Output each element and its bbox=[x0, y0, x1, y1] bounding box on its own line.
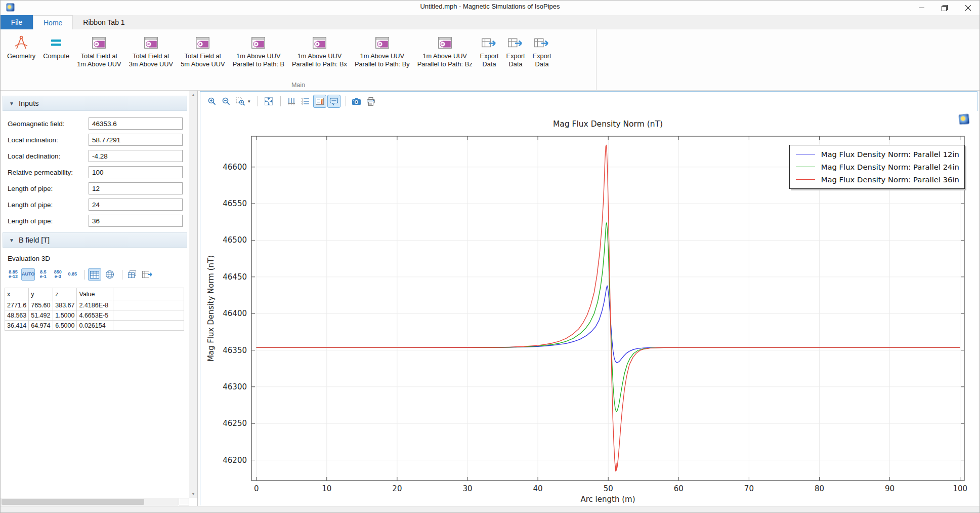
svg-text:46500: 46500 bbox=[223, 235, 247, 245]
table-cell[interactable]: 2.4186E-8 bbox=[77, 300, 113, 310]
ribbon-button-export-data[interactable]: ExportData bbox=[529, 31, 555, 69]
ribbon-button-label: Geometry bbox=[7, 52, 35, 60]
y-axis-grid-button[interactable] bbox=[299, 95, 312, 108]
toolbar-separator bbox=[346, 96, 346, 106]
app-window: Untitled.mph - Magnetic Simulations of I… bbox=[0, 0, 980, 513]
window-title: Untitled.mph - Magnetic Simulations of I… bbox=[1, 3, 979, 10]
ribbon-button-compute[interactable]: Compute bbox=[39, 31, 73, 62]
print-button[interactable] bbox=[364, 95, 377, 108]
table-cell[interactable]: 4.6653E-5 bbox=[77, 310, 113, 321]
sidebar-horizontal-scrollbar[interactable] bbox=[1, 498, 178, 506]
svg-text:50: 50 bbox=[604, 484, 613, 493]
globe-icon bbox=[105, 270, 114, 279]
plot-window-icon bbox=[144, 37, 158, 49]
field-input-relative-permeability[interactable] bbox=[89, 166, 183, 178]
ribbon-button-1m-above-uuv-parallel-to-path-bz[interactable]: 1m Above UUVParallel to Path: Bz bbox=[414, 31, 476, 69]
table-cell[interactable]: 36.414 bbox=[5, 321, 29, 331]
precision-button-8-85[interactable]: 8.85e-12 bbox=[7, 268, 20, 281]
ribbon-button-1m-above-uuv-parallel-to-path-by[interactable]: 1m Above UUVParallel to Path: By bbox=[351, 31, 413, 69]
ribbon-button-export-data[interactable]: ExportData bbox=[503, 31, 529, 69]
ribbon-group-label: Main bbox=[1, 82, 596, 89]
field-input-local-declination[interactable] bbox=[89, 150, 183, 162]
ribbon-button-1m-above-uuv-parallel-to-path-bx[interactable]: 1m Above UUVParallel to Path: Bx bbox=[288, 31, 351, 69]
field-input-length-of-pipe[interactable] bbox=[89, 182, 183, 194]
scroll-up-icon[interactable]: ▲ bbox=[189, 91, 197, 99]
ribbon-button-total-field-at-1m-above-uuv[interactable]: Total Field at1m Above UUV bbox=[73, 31, 125, 69]
scroll-down-icon[interactable]: ▼ bbox=[189, 490, 197, 498]
restore-button[interactable] bbox=[933, 1, 956, 15]
bfield-section-title: B field [T] bbox=[19, 236, 50, 244]
export-table-button[interactable] bbox=[141, 268, 154, 281]
ribbon-button-label: Compute bbox=[43, 52, 69, 60]
printer-icon bbox=[366, 97, 375, 106]
table-cell[interactable]: 1.5000 bbox=[53, 310, 77, 321]
ribbon-button-total-field-at-5m-above-uuv[interactable]: Total Field at5m Above UUV bbox=[177, 31, 229, 69]
plot-tooltip-toggle-button[interactable] bbox=[327, 95, 340, 108]
minimize-button[interactable] bbox=[910, 1, 933, 15]
ribbon-button-geometry[interactable]: Geometry bbox=[4, 31, 39, 62]
table-cell[interactable]: 0.026154 bbox=[77, 321, 113, 331]
color-legend-toggle-button[interactable] bbox=[313, 95, 326, 108]
zoom-in-button[interactable] bbox=[205, 95, 219, 108]
collapse-triangle-icon: ▼ bbox=[9, 238, 14, 243]
table-cell[interactable]: 2771.6 bbox=[5, 300, 29, 310]
table-cell[interactable]: 6.5000 bbox=[53, 321, 77, 331]
ribbon-tab-bar: FileHomeRibbon Tab 1 bbox=[1, 15, 979, 29]
globe-plot-button[interactable] bbox=[103, 268, 116, 281]
ribbon-group-main: Geometry Compute Total Field at1m Above … bbox=[1, 29, 596, 90]
minimize-icon bbox=[919, 5, 924, 11]
svg-text:Mag Flux Density Norm (nT): Mag Flux Density Norm (nT) bbox=[206, 255, 216, 362]
svg-text:60: 60 bbox=[674, 484, 684, 493]
y-grid-icon bbox=[301, 97, 310, 106]
ribbon-button-export-data[interactable]: ExportData bbox=[477, 31, 502, 69]
ribbon-tab-ribbon-tab-1[interactable]: Ribbon Tab 1 bbox=[73, 15, 135, 29]
table-cell[interactable]: 64.974 bbox=[29, 321, 53, 331]
zoom-box-button[interactable] bbox=[234, 95, 247, 108]
precision-button-8-5[interactable]: 8.5e-1 bbox=[36, 268, 50, 281]
zoom-dropdown-caret-icon[interactable]: ▾ bbox=[248, 99, 250, 104]
field-label-relative-permeability: Relative permeability: bbox=[8, 169, 89, 176]
table-header-y: y bbox=[29, 288, 53, 300]
svg-text:0: 0 bbox=[254, 484, 259, 493]
svg-text:46400: 46400 bbox=[223, 309, 247, 318]
x-axis-grid-button[interactable] bbox=[285, 95, 298, 108]
svg-text:10: 10 bbox=[322, 484, 331, 493]
svg-text:40: 40 bbox=[533, 484, 543, 493]
close-button[interactable] bbox=[956, 1, 979, 15]
table-cell[interactable]: 765.60 bbox=[29, 300, 53, 310]
toolbar-separator bbox=[280, 96, 281, 106]
bfield-section-header[interactable]: ▼ B field [T] bbox=[3, 232, 187, 248]
zoom-out-button[interactable] bbox=[220, 95, 233, 108]
table-row[interactable]: 36.41464.9746.50000.026154 bbox=[5, 321, 184, 331]
zoom-in-icon bbox=[207, 97, 217, 106]
ribbon-button-1m-above-uuv-parallel-to-path-b[interactable]: 1m Above UUVParallel to Path: B bbox=[229, 31, 288, 69]
precision-button-auto[interactable]: AUTO bbox=[21, 268, 35, 281]
ribbon: Geometry Compute Total Field at1m Above … bbox=[1, 29, 979, 91]
plot-window-icon bbox=[438, 37, 452, 49]
export-table-icon bbox=[142, 270, 153, 279]
table-view-button[interactable] bbox=[88, 268, 101, 281]
field-input-local-inclination[interactable] bbox=[89, 134, 183, 146]
table-row[interactable]: 2771.6765.60383.672.4186E-8 bbox=[5, 300, 184, 310]
field-input-length-of-pipe[interactable] bbox=[89, 215, 183, 227]
inputs-section-header[interactable]: ▼ Inputs bbox=[3, 96, 187, 111]
svg-text:46550: 46550 bbox=[223, 199, 247, 208]
sidebar-vertical-scrollbar[interactable]: ▲ ▼ bbox=[189, 91, 197, 498]
table-cell-filler bbox=[113, 310, 184, 321]
field-input-length-of-pipe[interactable] bbox=[89, 199, 183, 211]
field-input-geomagnetic-field[interactable] bbox=[89, 117, 183, 130]
table-cell[interactable]: 51.492 bbox=[29, 310, 53, 321]
precision-button-850[interactable]: 850e-3 bbox=[51, 268, 64, 281]
precision-button-0-85[interactable]: 0.85 bbox=[66, 268, 79, 281]
scrollbar-thumb[interactable] bbox=[2, 499, 144, 505]
zoom-extents-button[interactable] bbox=[262, 95, 275, 108]
ribbon-tab-file[interactable]: File bbox=[1, 15, 33, 29]
image-snapshot-button[interactable] bbox=[350, 95, 363, 108]
table-cell[interactable]: 48.563 bbox=[5, 310, 29, 321]
evaluation-toolbar: 8.85e-12AUTO8.5e-1850e-30.85 bbox=[7, 267, 189, 282]
table-cell[interactable]: 383.67 bbox=[53, 300, 77, 310]
ribbon-button-total-field-at-3m-above-uuv[interactable]: Total Field at3m Above UUV bbox=[125, 31, 177, 69]
copy-table-button[interactable] bbox=[126, 268, 139, 281]
ribbon-tab-home[interactable]: Home bbox=[33, 15, 73, 29]
table-row[interactable]: 48.56351.4921.50004.6653E-5 bbox=[5, 310, 184, 321]
